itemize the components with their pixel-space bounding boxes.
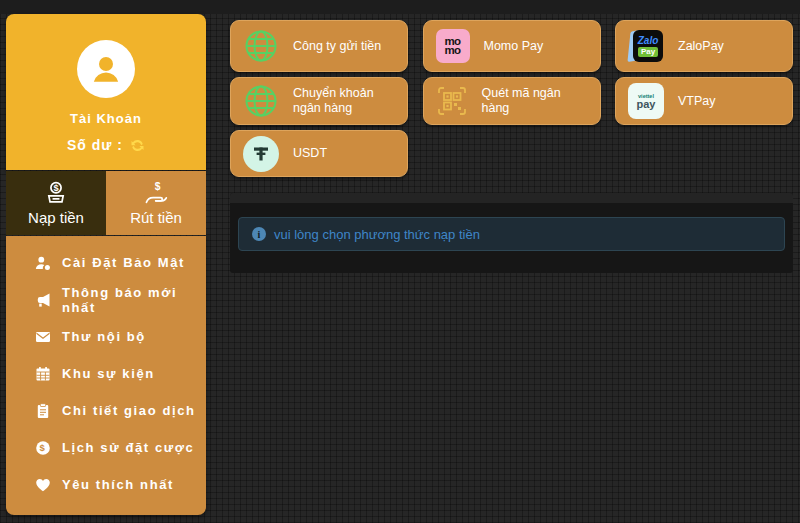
method-vtpay[interactable]: viettel pay VTPay: [615, 77, 793, 125]
bullhorn-icon: [35, 292, 51, 308]
svg-text:$: $: [155, 181, 161, 192]
menu-label: Yêu thích nhất: [62, 477, 174, 492]
balance-label: Số dư :: [67, 137, 123, 153]
method-bank-qr[interactable]: Quét mã ngân hàng: [423, 77, 601, 125]
tether-icon: [243, 136, 279, 172]
method-usdt[interactable]: USDT: [230, 130, 408, 177]
vtpay-icon: viettel pay: [628, 83, 664, 119]
sidebar-item-latest-notifications[interactable]: Thông báo mới nhất: [6, 281, 206, 318]
menu-label: Chi tiết giao dịch: [62, 403, 196, 418]
notice-alert: i vui lòng chọn phương thức nạp tiền: [238, 217, 785, 251]
sidebar-item-internal-mail[interactable]: Thư nội bộ: [6, 318, 206, 355]
method-company-transfer[interactable]: Công ty gửi tiền: [230, 20, 408, 72]
circle-dollar-icon: $: [35, 440, 51, 456]
method-label: Quét mã ngân hàng: [482, 86, 588, 116]
deposit-panel: i vui lòng chọn phương thức nạp tiền: [230, 193, 793, 273]
wallet-tabs: $ Nạp tiền $ Rút tiền: [6, 171, 206, 235]
panel-header-strip: [230, 193, 793, 203]
method-label: VTPay: [678, 94, 716, 109]
notice-text: vui lòng chọn phương thức nạp tiền: [274, 227, 480, 242]
menu-label: Cài Đặt Bảo Mật: [62, 255, 185, 270]
clipboard-icon: [35, 403, 51, 419]
zalopay-square: Zalo Pay: [633, 30, 663, 62]
vtpay-text: pay: [637, 99, 656, 110]
sidebar-item-event-zone[interactable]: Khu sự kiện: [6, 355, 206, 392]
heart-icon: [35, 477, 51, 493]
zalopay-icon: Zalo Pay: [628, 28, 664, 64]
zalopay-badge: Pay: [638, 47, 658, 57]
momo-icon: mo mo: [436, 29, 470, 63]
qr-code-icon: [436, 85, 468, 117]
momo-text: mo: [444, 46, 460, 56]
method-label: USDT: [293, 146, 327, 161]
svg-text:$: $: [53, 183, 58, 193]
globe-icon: [243, 83, 279, 119]
balance-row: Số dư :: [67, 137, 145, 153]
sidebar-item-security-settings[interactable]: Cài Đặt Bảo Mật: [6, 244, 206, 281]
method-label: ZaloPay: [678, 39, 724, 54]
info-icon: i: [252, 227, 266, 241]
user-icon: [86, 49, 126, 89]
tab-deposit[interactable]: $ Nạp tiền: [6, 171, 106, 235]
sidebar-item-favorites[interactable]: Yêu thích nhất: [6, 466, 206, 503]
method-momo-pay[interactable]: mo mo Momo Pay: [423, 20, 601, 72]
method-label: Chuyển khoản ngân hàng: [293, 86, 395, 116]
method-label: Momo Pay: [484, 39, 544, 54]
sidebar: Tài Khoản Số dư : $ Nạp tiền $: [6, 14, 206, 515]
sidebar-item-transaction-details[interactable]: Chi tiết giao dịch: [6, 392, 206, 429]
menu-label: Thư nội bộ: [62, 329, 146, 344]
deposit-methods-grid: Công ty gửi tiền mo mo Momo Pay Zalo Pay…: [230, 20, 793, 177]
menu-label: Lịch sử đặt cược: [62, 440, 194, 455]
zalopay-text: Zalo: [638, 36, 659, 46]
method-label: Công ty gửi tiền: [293, 39, 381, 54]
method-bank-transfer[interactable]: Chuyển khoản ngân hàng: [230, 77, 408, 125]
account-title: Tài Khoản: [70, 111, 142, 126]
hand-dollar-icon: $: [143, 180, 169, 206]
svg-text:$: $: [40, 442, 47, 453]
sidebar-menu: Cài Đặt Bảo Mật Thông báo mới nhất Thư n…: [6, 236, 206, 515]
refresh-balance-icon[interactable]: [130, 138, 145, 153]
tab-withdraw-label: Rút tiền: [130, 209, 182, 226]
envelope-icon: [35, 329, 51, 345]
method-zalopay[interactable]: Zalo Pay ZaloPay: [615, 20, 793, 72]
calendar-icon: [35, 366, 51, 382]
tab-deposit-label: Nạp tiền: [28, 209, 84, 226]
menu-label: Khu sự kiện: [62, 366, 155, 381]
top-strip: [0, 0, 800, 14]
account-profile-card: Tài Khoản Số dư :: [6, 14, 206, 170]
avatar: [77, 40, 135, 98]
coin-deposit-icon: $: [43, 180, 69, 206]
sidebar-item-bet-history[interactable]: $ Lịch sử đặt cược: [6, 429, 206, 466]
menu-label: Thông báo mới nhất: [62, 285, 206, 315]
globe-icon: [243, 28, 279, 64]
user-gear-icon: [35, 255, 51, 271]
tab-withdraw[interactable]: $ Rút tiền: [106, 171, 206, 235]
